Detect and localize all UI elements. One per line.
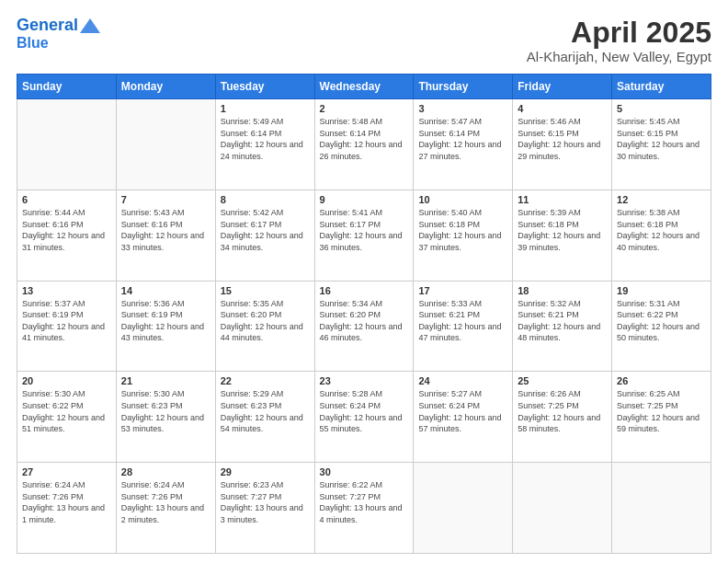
logo-blue: Blue <box>17 35 49 52</box>
day-number: 8 <box>221 194 310 205</box>
day-number: 23 <box>320 375 409 386</box>
calendar-cell: 19Sunrise: 5:31 AM Sunset: 6:22 PM Dayli… <box>612 281 711 372</box>
calendar-header-saturday: Saturday <box>612 75 711 99</box>
calendar-header-wednesday: Wednesday <box>314 75 414 99</box>
calendar-cell: 30Sunrise: 6:22 AM Sunset: 7:27 PM Dayli… <box>314 463 414 554</box>
calendar-header-thursday: Thursday <box>414 75 513 99</box>
day-info: Sunrise: 5:35 AM Sunset: 6:20 PM Dayligh… <box>221 298 310 344</box>
day-number: 22 <box>221 375 310 386</box>
calendar-cell: 21Sunrise: 5:30 AM Sunset: 6:23 PM Dayli… <box>116 372 215 463</box>
day-number: 21 <box>121 375 210 386</box>
day-number: 12 <box>617 194 706 205</box>
day-number: 26 <box>617 375 706 386</box>
day-number: 28 <box>121 466 210 477</box>
day-info: Sunrise: 5:31 AM Sunset: 6:22 PM Dayligh… <box>617 298 706 344</box>
day-number: 30 <box>320 466 409 477</box>
day-number: 11 <box>518 194 607 205</box>
calendar-cell: 22Sunrise: 5:29 AM Sunset: 6:23 PM Dayli… <box>215 372 314 463</box>
calendar-cell: 18Sunrise: 5:32 AM Sunset: 6:21 PM Dayli… <box>513 281 612 372</box>
calendar-cell <box>513 463 612 554</box>
day-info: Sunrise: 6:26 AM Sunset: 7:25 PM Dayligh… <box>518 388 607 434</box>
calendar-cell: 17Sunrise: 5:33 AM Sunset: 6:21 PM Dayli… <box>414 281 513 372</box>
day-info: Sunrise: 5:41 AM Sunset: 6:17 PM Dayligh… <box>320 207 409 253</box>
day-info: Sunrise: 5:45 AM Sunset: 6:15 PM Dayligh… <box>617 116 706 162</box>
day-info: Sunrise: 5:38 AM Sunset: 6:18 PM Dayligh… <box>617 207 706 253</box>
calendar-header-monday: Monday <box>116 75 215 99</box>
day-number: 5 <box>617 103 706 114</box>
day-number: 13 <box>22 285 111 296</box>
calendar-cell: 23Sunrise: 5:28 AM Sunset: 6:24 PM Dayli… <box>314 372 414 463</box>
day-info: Sunrise: 6:24 AM Sunset: 7:26 PM Dayligh… <box>121 479 210 525</box>
calendar-cell: 7Sunrise: 5:43 AM Sunset: 6:16 PM Daylig… <box>116 190 215 281</box>
calendar-cell: 28Sunrise: 6:24 AM Sunset: 7:26 PM Dayli… <box>116 463 215 554</box>
location-title: Al-Kharijah, New Valley, Egypt <box>527 49 711 64</box>
logo-icon <box>78 17 102 35</box>
day-info: Sunrise: 6:23 AM Sunset: 7:27 PM Dayligh… <box>221 479 310 525</box>
calendar-cell: 4Sunrise: 5:46 AM Sunset: 6:15 PM Daylig… <box>513 99 612 190</box>
calendar-cell: 26Sunrise: 6:25 AM Sunset: 7:25 PM Dayli… <box>612 372 711 463</box>
calendar-header-friday: Friday <box>513 75 612 99</box>
calendar-week-1: 1Sunrise: 5:49 AM Sunset: 6:14 PM Daylig… <box>17 99 711 190</box>
day-info: Sunrise: 5:36 AM Sunset: 6:19 PM Dayligh… <box>121 298 210 344</box>
day-number: 2 <box>320 103 409 114</box>
calendar-cell: 9Sunrise: 5:41 AM Sunset: 6:17 PM Daylig… <box>314 190 414 281</box>
calendar-cell: 6Sunrise: 5:44 AM Sunset: 6:16 PM Daylig… <box>17 190 117 281</box>
calendar-cell: 27Sunrise: 6:24 AM Sunset: 7:26 PM Dayli… <box>17 463 117 554</box>
calendar-cell <box>414 463 513 554</box>
day-info: Sunrise: 5:30 AM Sunset: 6:22 PM Dayligh… <box>22 388 111 434</box>
calendar-cell <box>17 99 117 190</box>
day-info: Sunrise: 5:49 AM Sunset: 6:14 PM Dayligh… <box>221 116 310 162</box>
day-info: Sunrise: 5:32 AM Sunset: 6:21 PM Dayligh… <box>518 298 607 344</box>
day-info: Sunrise: 5:33 AM Sunset: 6:21 PM Dayligh… <box>418 298 507 344</box>
header: General Blue April 2025 Al-Kharijah, New… <box>17 17 711 64</box>
day-number: 4 <box>518 103 607 114</box>
day-info: Sunrise: 5:29 AM Sunset: 6:23 PM Dayligh… <box>221 388 310 434</box>
calendar-week-5: 27Sunrise: 6:24 AM Sunset: 7:26 PM Dayli… <box>17 463 711 554</box>
calendar-cell <box>116 99 215 190</box>
day-number: 24 <box>418 375 507 386</box>
day-info: Sunrise: 5:28 AM Sunset: 6:24 PM Dayligh… <box>320 388 409 434</box>
day-info: Sunrise: 5:43 AM Sunset: 6:16 PM Dayligh… <box>121 207 210 253</box>
calendar-cell: 29Sunrise: 6:23 AM Sunset: 7:27 PM Dayli… <box>215 463 314 554</box>
day-info: Sunrise: 5:34 AM Sunset: 6:20 PM Dayligh… <box>320 298 409 344</box>
calendar-week-3: 13Sunrise: 5:37 AM Sunset: 6:19 PM Dayli… <box>17 281 711 372</box>
calendar-cell: 24Sunrise: 5:27 AM Sunset: 6:24 PM Dayli… <box>414 372 513 463</box>
day-number: 15 <box>221 285 310 296</box>
calendar-cell: 2Sunrise: 5:48 AM Sunset: 6:14 PM Daylig… <box>314 99 414 190</box>
calendar-cell: 25Sunrise: 6:26 AM Sunset: 7:25 PM Dayli… <box>513 372 612 463</box>
day-info: Sunrise: 5:47 AM Sunset: 6:14 PM Dayligh… <box>418 116 507 162</box>
logo-text: General <box>17 17 78 35</box>
day-info: Sunrise: 6:22 AM Sunset: 7:27 PM Dayligh… <box>320 479 409 525</box>
calendar-cell: 11Sunrise: 5:39 AM Sunset: 6:18 PM Dayli… <box>513 190 612 281</box>
day-number: 25 <box>518 375 607 386</box>
calendar-cell: 10Sunrise: 5:40 AM Sunset: 6:18 PM Dayli… <box>414 190 513 281</box>
day-info: Sunrise: 6:25 AM Sunset: 7:25 PM Dayligh… <box>617 388 706 434</box>
day-info: Sunrise: 5:39 AM Sunset: 6:18 PM Dayligh… <box>518 207 607 253</box>
calendar-header-row: SundayMondayTuesdayWednesdayThursdayFrid… <box>17 75 711 99</box>
calendar-cell: 15Sunrise: 5:35 AM Sunset: 6:20 PM Dayli… <box>215 281 314 372</box>
day-number: 6 <box>22 194 111 205</box>
day-info: Sunrise: 5:44 AM Sunset: 6:16 PM Dayligh… <box>22 207 111 253</box>
day-number: 17 <box>418 285 507 296</box>
day-number: 20 <box>22 375 111 386</box>
calendar-cell: 3Sunrise: 5:47 AM Sunset: 6:14 PM Daylig… <box>414 99 513 190</box>
calendar-cell: 1Sunrise: 5:49 AM Sunset: 6:14 PM Daylig… <box>215 99 314 190</box>
calendar-week-2: 6Sunrise: 5:44 AM Sunset: 6:16 PM Daylig… <box>17 190 711 281</box>
calendar-header-tuesday: Tuesday <box>215 75 314 99</box>
calendar-cell <box>612 463 711 554</box>
calendar-cell: 13Sunrise: 5:37 AM Sunset: 6:19 PM Dayli… <box>17 281 117 372</box>
day-number: 27 <box>22 466 111 477</box>
day-number: 7 <box>121 194 210 205</box>
day-number: 14 <box>121 285 210 296</box>
calendar-cell: 20Sunrise: 5:30 AM Sunset: 6:22 PM Dayli… <box>17 372 117 463</box>
calendar-cell: 16Sunrise: 5:34 AM Sunset: 6:20 PM Dayli… <box>314 281 414 372</box>
calendar-week-4: 20Sunrise: 5:30 AM Sunset: 6:22 PM Dayli… <box>17 372 711 463</box>
day-info: Sunrise: 5:42 AM Sunset: 6:17 PM Dayligh… <box>221 207 310 253</box>
calendar-cell: 14Sunrise: 5:36 AM Sunset: 6:19 PM Dayli… <box>116 281 215 372</box>
day-info: Sunrise: 5:27 AM Sunset: 6:24 PM Dayligh… <box>418 388 507 434</box>
day-number: 3 <box>418 103 507 114</box>
calendar-table: SundayMondayTuesdayWednesdayThursdayFrid… <box>17 74 711 554</box>
day-info: Sunrise: 5:37 AM Sunset: 6:19 PM Dayligh… <box>22 298 111 344</box>
day-number: 1 <box>221 103 310 114</box>
day-info: Sunrise: 5:30 AM Sunset: 6:23 PM Dayligh… <box>121 388 210 434</box>
